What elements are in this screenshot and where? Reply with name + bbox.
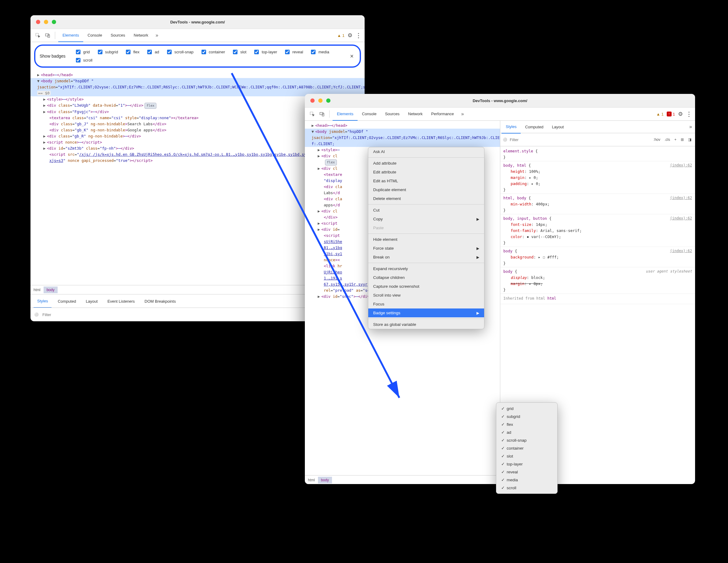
badge-checkbox-scroll-snap[interactable]: scroll-snap [166,49,194,55]
crumb-html[interactable]: html [305,477,318,483]
tab-elements[interactable]: Elements [58,29,83,42]
tab-sources[interactable]: Sources [106,29,130,41]
settings-icon[interactable]: ⚙ [348,32,352,39]
menu-expand-recursively[interactable]: Expand recursively [368,264,484,273]
badge-checkbox-ad[interactable]: ad [146,49,159,55]
minimize-dot[interactable] [44,20,48,24]
subtab-styles[interactable]: Styles [34,294,52,308]
badge-checkbox-scroll[interactable]: scroll [75,57,92,63]
window-title: DevTools - www.google.com/ [170,20,225,24]
badge-checkbox-grid[interactable]: grid [75,49,90,55]
more-icon[interactable]: ⋮ [686,110,692,118]
inspect-icon[interactable] [308,110,316,118]
badge-option-subgrid[interactable]: ✓subgrid [496,412,557,420]
subtab-layout[interactable]: Layout [82,295,101,308]
badge-checkbox-flex[interactable]: flex [125,49,139,55]
menu-scroll-into-view[interactable]: Scroll into view [368,291,484,300]
breadcrumbs: html body [305,475,500,484]
subtab-event-listeners[interactable]: Event Listeners [104,295,138,308]
badge-checkbox-subgrid[interactable]: subgrid [97,49,118,55]
tab-elements[interactable]: Elements [333,107,358,121]
tab-network[interactable]: Network [404,107,427,120]
device-icon[interactable] [318,110,326,118]
badge-option-ad[interactable]: ✓ad [496,428,557,436]
menu-ask-ai[interactable]: Ask AI [368,147,484,156]
menu-force-state[interactable]: Force state▶ [368,244,484,253]
menu-delete-element[interactable]: Delete element [368,194,484,203]
badge-checkbox-slot[interactable]: slot [232,49,246,55]
menu-cut[interactable]: Cut [368,206,484,215]
computed-icon[interactable]: ⊞ [680,137,685,142]
crumb-body[interactable]: body [44,287,58,293]
badge-checkbox-media[interactable]: media [310,49,329,55]
tab-sources[interactable]: Sources [381,107,404,120]
subtab-computed[interactable]: Computed [54,295,80,308]
window-title: DevTools - www.google.com/ [473,98,527,103]
zoom-dot[interactable] [52,20,56,24]
inspect-icon[interactable] [34,31,42,40]
subtab-layout[interactable]: Layout [548,120,568,133]
device-icon[interactable] [43,31,52,40]
crumb-html[interactable]: html [30,287,44,293]
flex-badge[interactable]: flex [145,103,156,109]
warning-count[interactable]: ▲ 1 [656,112,664,116]
menu-badge-settings[interactable]: Badge settings▶ [368,308,484,317]
main-toolbar: ElementsConsoleSourcesNetworkPerformance… [305,108,695,121]
close-icon[interactable]: × [348,53,355,60]
badge-option-flex[interactable]: ✓flex [496,420,557,428]
badge-option-grid[interactable]: ✓grid [496,404,557,412]
menu-focus[interactable]: Focus [368,300,484,308]
more-tabs-icon[interactable]: » [154,33,160,38]
menu-edit-attribute[interactable]: Edit attribute [368,168,484,176]
menu-add-attribute[interactable]: Add attribute [368,159,484,168]
badge-option-container[interactable]: ✓container [496,444,557,452]
filter-icon: ⚪ [34,312,39,317]
tab-network[interactable]: Network [130,29,153,41]
badge-option-top-layer[interactable]: ✓top-layer [496,460,557,468]
crumb-body[interactable]: body [318,477,332,483]
menu-break-on[interactable]: Break on▶ [368,253,484,262]
close-dot[interactable] [310,98,315,103]
subtab-computed[interactable]: Computed [521,120,548,133]
subtab-styles[interactable]: Styles [501,120,521,134]
warning-count[interactable]: ▲ 1 [337,33,344,38]
badge-option-scroll[interactable]: ✓scroll [496,484,557,492]
styles-filter: ⚪ :hov .cls + ⊞ ◨ [500,133,695,146]
badge-checkbox-container[interactable]: container [200,49,225,55]
flex-badge[interactable]: flex [325,159,337,166]
tab-console[interactable]: Console [358,107,381,120]
more-tabs-icon[interactable]: » [687,124,694,130]
menu-edit-as-html[interactable]: Edit as HTML [368,176,484,185]
minimize-dot[interactable] [318,98,323,103]
menu-collapse-children[interactable]: Collapse children [368,273,484,282]
tab-performance[interactable]: Performance [427,107,458,120]
more-icon[interactable]: ⋮ [355,32,362,39]
badge-checkbox-top-layer[interactable]: top-layer [253,49,277,55]
menu-capture-node-screenshot[interactable]: Capture node screenshot [368,282,484,291]
badge-option-reveal[interactable]: ✓reveal [496,468,557,476]
more-tabs-icon[interactable]: » [459,111,466,117]
badge-checkbox-reveal[interactable]: reveal [284,49,303,55]
badge-option-slot[interactable]: ✓slot [496,452,557,460]
badges-bar: Show badges gridsubgridflexadscroll-snap… [34,45,361,68]
close-dot[interactable] [36,20,40,24]
badges-label: Show badges [40,54,66,59]
settings-icon[interactable]: ⚙ [678,111,683,117]
context-menu: Ask AIAdd attributeEdit attributeEdit as… [368,147,484,329]
menu-duplicate-element[interactable]: Duplicate element [368,185,484,194]
badge-option-media[interactable]: ✓media [496,476,557,484]
menu-copy[interactable]: Copy▶ [368,215,484,223]
new-rule-icon[interactable]: + [673,137,678,142]
zoom-dot[interactable] [326,98,330,103]
tab-console[interactable]: Console [83,29,106,41]
menu-store-as-global-variable[interactable]: Store as global variable [368,320,484,329]
badge-option-scroll-snap[interactable]: ✓scroll-snap [496,436,557,444]
filter-input[interactable] [509,137,650,142]
subtab-dom-breakpoints[interactable]: DOM Breakpoints [141,295,180,308]
main-toolbar: ElementsConsoleSourcesNetwork » ▲ 1 ⚙ ⋮ [30,29,365,42]
cls-button[interactable]: .cls [663,137,671,142]
error-count[interactable]: ! 1 [667,112,675,116]
sidebar-icon[interactable]: ◨ [687,137,693,142]
menu-hide-element[interactable]: Hide element [368,235,484,244]
hov-button[interactable]: :hov [652,137,662,142]
